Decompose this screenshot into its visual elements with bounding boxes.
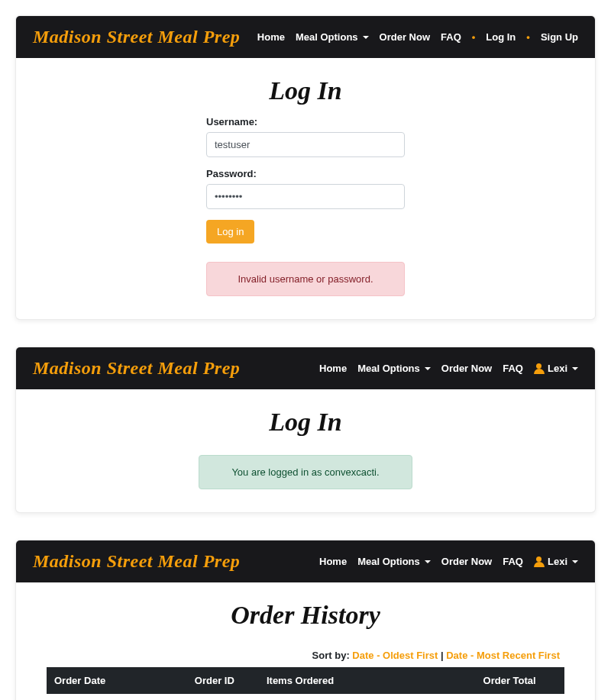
page-title: Order History — [47, 601, 564, 630]
page-title: Log In — [47, 408, 564, 437]
navbar: Madison Street Meal Prep Home Meal Optio… — [16, 347, 595, 389]
sort-label: Sort by: — [312, 650, 350, 661]
order-history-container: Order History Sort by: Date - Oldest Fir… — [16, 582, 595, 700]
nav-order-now[interactable]: Order Now — [380, 31, 430, 43]
nav-links: Home Meal Options Order Now FAQ Lexi — [319, 363, 578, 374]
sort-controls: Sort by: Date - Oldest First | Date - Mo… — [47, 650, 560, 661]
cell-items: Vegetarian Breakfast x 7 | $42.00 — [259, 694, 476, 700]
sort-oldest-link[interactable]: Date - Oldest First — [352, 650, 438, 661]
brand-logo[interactable]: Madison Street Meal Prep — [33, 27, 240, 47]
user-icon — [534, 556, 545, 567]
login-success-container: Log In You are logged in as convexcacti. — [16, 389, 595, 512]
nav-home[interactable]: Home — [319, 556, 347, 567]
nav-meal-options[interactable]: Meal Options — [296, 31, 369, 43]
password-label: Password: — [206, 168, 405, 179]
orders-table: Order Date Order ID Items Ordered Order … — [47, 667, 564, 700]
col-order-date: Order Date — [47, 667, 187, 694]
login-form-container: Log In Username: Password: Log in Invali… — [16, 58, 595, 319]
navbar: Madison Street Meal Prep Home Meal Optio… — [16, 16, 595, 58]
cell-date: 2021-04-15 11:59:59 — [47, 694, 187, 700]
user-icon — [534, 363, 545, 374]
page-title: Log In — [47, 76, 564, 105]
dot-icon: • — [472, 31, 476, 43]
nav-home[interactable]: Home — [257, 31, 285, 43]
chevron-down-icon — [572, 367, 578, 370]
username-input[interactable] — [206, 132, 405, 157]
nav-faq[interactable]: FAQ — [441, 31, 461, 43]
sort-newest-link[interactable]: Date - Most Recent First — [446, 650, 560, 661]
login-error-card: Madison Street Meal Prep Home Meal Optio… — [15, 15, 596, 320]
brand-logo[interactable]: Madison Street Meal Prep — [33, 358, 240, 379]
chevron-down-icon — [425, 367, 431, 370]
chevron-down-icon — [363, 36, 369, 39]
col-items: Items Ordered — [259, 667, 476, 694]
dot-icon: • — [526, 31, 530, 43]
nav-user-menu[interactable]: Lexi — [534, 363, 578, 374]
login-success-card: Madison Street Meal Prep Home Meal Optio… — [15, 347, 596, 513]
password-input[interactable] — [206, 184, 405, 209]
nav-faq[interactable]: FAQ — [503, 363, 523, 374]
navbar: Madison Street Meal Prep Home Meal Optio… — [16, 540, 595, 582]
cell-total: 185.93 — [476, 694, 564, 700]
brand-logo[interactable]: Madison Street Meal Prep — [33, 551, 240, 572]
chevron-down-icon — [425, 560, 431, 563]
username-label: Username: — [206, 116, 405, 127]
cell-id: 1 — [187, 694, 259, 700]
nav-user-menu[interactable]: Lexi — [534, 556, 578, 567]
nav-home[interactable]: Home — [319, 363, 347, 374]
nav-faq[interactable]: FAQ — [503, 556, 523, 567]
col-order-id: Order ID — [187, 667, 259, 694]
login-button[interactable]: Log in — [206, 220, 254, 244]
nav-order-now[interactable]: Order Now — [441, 363, 492, 374]
error-alert: Invalid username or password. — [206, 262, 405, 296]
nav-log-in[interactable]: Log In — [486, 31, 516, 43]
chevron-down-icon — [572, 560, 578, 563]
nav-order-now[interactable]: Order Now — [441, 556, 492, 567]
success-alert: You are logged in as convexcacti. — [199, 455, 412, 489]
col-total: Order Total — [476, 667, 564, 694]
nav-links: Home Meal Options Order Now FAQ • Log In… — [257, 31, 578, 43]
nav-sign-up[interactable]: Sign Up — [541, 31, 578, 43]
order-history-card: Madison Street Meal Prep Home Meal Optio… — [15, 540, 596, 700]
nav-meal-options[interactable]: Meal Options — [357, 363, 431, 374]
nav-links: Home Meal Options Order Now FAQ Lexi — [319, 556, 578, 567]
table-row: 2021-04-15 11:59:591Vegetarian Breakfast… — [47, 694, 564, 700]
nav-meal-options[interactable]: Meal Options — [357, 556, 431, 567]
